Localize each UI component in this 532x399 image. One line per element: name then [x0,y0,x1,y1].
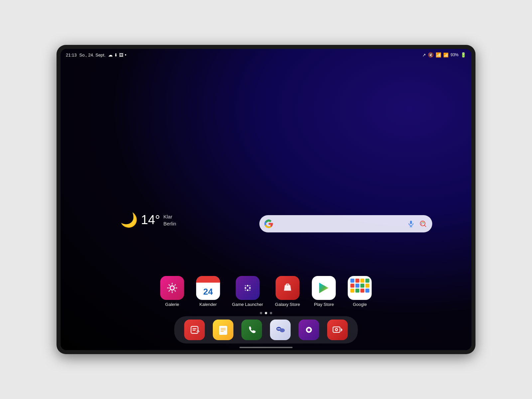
tablet-screen: 21:13 So., 24. Sept. ☁ ⬇ 🖼 • ↗ 🔇 📶 📶 93%… [61,49,471,350]
svg-line-16 [175,291,175,291]
svg-rect-31 [219,326,227,335]
page-dot-2 [265,312,267,314]
weather-widget: 🌙 14° Klar Berlin [120,212,176,228]
svg-marker-43 [341,328,343,332]
weather-icon: 🌙 [120,212,138,228]
signal-icon: ↗ [422,53,426,58]
dock [174,316,358,343]
voice-search-button[interactable] [406,219,416,228]
svg-point-39 [279,329,280,330]
dock-phone[interactable] [241,320,262,340]
game-launcher-icon [235,276,259,300]
svg-line-17 [175,285,175,285]
mute-icon: 🔇 [428,52,434,58]
svg-rect-0 [410,221,412,224]
svg-point-37 [277,329,278,330]
dock-notes[interactable] [213,320,233,340]
topaz-icon [184,320,205,340]
svg-point-5 [421,222,422,223]
svg-line-15 [169,285,170,285]
battery-percent: 93% [451,53,459,57]
google-logo [264,219,273,228]
svg-rect-27 [286,284,289,286]
phone-icon [241,320,262,340]
app-grid: Galerie 24 Kalender [160,276,372,307]
wifi-icon: 📶 [436,52,441,58]
screen-recorder-icon [327,320,348,340]
page-dot-1 [260,312,262,314]
galerie-icon [160,276,184,300]
svg-point-25 [245,290,246,291]
svg-point-10 [171,286,174,290]
svg-point-21 [247,285,248,287]
weather-temperature: 14° [141,213,160,227]
weather-city: Berlin [163,220,176,227]
home-bar [239,347,293,348]
search-bar[interactable] [259,215,432,232]
game-launcher-label: Game Launcher [232,302,263,307]
app-kalender[interactable]: 24 Kalender [196,276,220,307]
page-indicator [260,312,272,314]
status-notification-icons: ☁ ⬇ 🖼 • [108,52,126,58]
dock-screen-recorder[interactable] [327,320,348,340]
weather-condition: Klar [163,213,176,220]
app-game-launcher[interactable]: Game Launcher [232,276,263,307]
svg-line-18 [169,291,170,291]
kalender-icon: 24 [196,276,220,300]
network-icon: 📶 [443,53,449,58]
app-galerie[interactable]: Galerie [160,276,184,307]
app-play-store[interactable]: Play Store [312,276,336,307]
messages-icon [270,320,291,340]
tablet-device: 21:13 So., 24. Sept. ☁ ⬇ 🖼 • ↗ 🔇 📶 📶 93%… [57,45,475,354]
kalender-label: Kalender [200,302,217,307]
status-bar: 21:13 So., 24. Sept. ☁ ⬇ 🖼 • ↗ 🔇 📶 📶 93%… [61,49,471,61]
status-right: ↗ 🔇 📶 📶 93% 🔋 [422,52,466,58]
google-icon [348,276,372,300]
dock-topaz[interactable] [184,320,205,340]
beeper-icon [299,320,319,340]
svg-point-20 [249,287,251,289]
galaxy-store-label: Galaxy Store [275,302,300,307]
dot-icon: • [125,52,126,58]
galaxy-store-icon [276,276,300,300]
page-dot-3 [270,312,272,314]
svg-point-36 [280,329,285,332]
svg-point-26 [249,290,250,291]
svg-point-7 [423,222,424,223]
svg-point-45 [336,329,337,331]
svg-point-19 [244,287,246,289]
svg-point-24 [249,285,250,286]
image-icon: 🖼 [119,53,123,58]
svg-point-22 [247,289,248,291]
google-label: Google [353,302,367,307]
notes-icon [213,320,233,340]
app-galaxy-store[interactable]: Galaxy Store [275,276,300,307]
galerie-label: Galerie [165,302,179,307]
dock-beeper[interactable] [299,320,319,340]
weather-description: Klar Berlin [163,213,176,227]
status-time: 21:13 [66,53,77,58]
dock-messages[interactable] [270,320,291,340]
svg-point-6 [422,222,423,223]
svg-point-41 [308,329,311,332]
svg-point-23 [245,285,246,286]
play-store-label: Play Store [314,302,334,307]
cloud-icon: ☁ [108,52,113,58]
download-icon: ⬇ [114,53,118,58]
svg-line-4 [424,225,426,227]
battery-icon: 🔋 [461,52,466,58]
status-left: 21:13 So., 24. Sept. ☁ ⬇ 🖼 • [66,52,126,58]
svg-rect-30 [193,330,196,331]
status-date: So., 24. Sept. [79,53,106,58]
lens-search-button[interactable] [418,219,428,228]
svg-point-8 [421,224,422,225]
svg-point-38 [278,329,279,330]
play-store-icon [312,276,336,300]
app-google[interactable]: Google [348,276,372,307]
svg-rect-29 [193,329,197,329]
